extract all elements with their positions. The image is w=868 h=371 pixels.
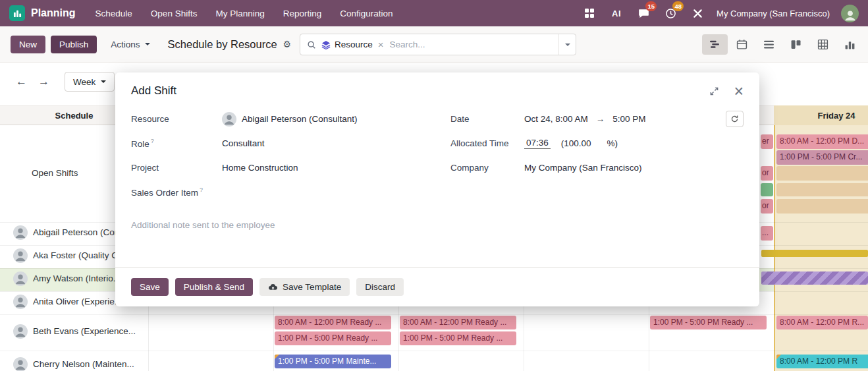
dialog-body: Resource Abigail Peterson (Consultant) D…	[115, 100, 759, 267]
sales-order-item-row: Sales Order Item?	[131, 180, 424, 204]
resource-label: Resource	[131, 114, 222, 124]
messages-badge: 15	[645, 1, 657, 11]
main-menu: Schedule Open Shifts My Planning Reporti…	[95, 9, 393, 18]
shift-cell-fragment[interactable]: er	[761, 134, 773, 149]
resource-row-label[interactable]: Aka Foster (Quality C...	[33, 250, 125, 260]
company-switcher[interactable]: My Company (San Francisco)	[717, 9, 830, 18]
resource-avatar	[13, 324, 28, 339]
activities-badge: 48	[672, 1, 684, 11]
user-avatar[interactable]	[841, 5, 859, 22]
shift-cell[interactable]: 8:00 AM - 12:00 PM Ready ...	[275, 316, 391, 329]
shift-bar-striped[interactable]	[761, 271, 868, 285]
shift-cell[interactable]: 1:00 PM - 5:00 PM Ready ...	[650, 316, 767, 329]
cloud-upload-icon	[268, 282, 278, 292]
note-input[interactable]: Additional note sent to the employee	[131, 220, 744, 230]
apps-grid-icon[interactable]	[582, 5, 597, 21]
chevron-down-icon	[101, 80, 106, 86]
resource-row-label[interactable]: Cherry Nelson (Mainten...	[33, 359, 134, 369]
chevron-down-icon	[565, 43, 570, 49]
tools-icon[interactable]	[690, 5, 705, 21]
menu-reporting[interactable]: Reporting	[283, 9, 322, 18]
search-facet-groupby[interactable]: Resource ×	[321, 40, 384, 49]
shift-cell-fragment[interactable]: or	[761, 166, 773, 181]
facet-remove-icon[interactable]: ×	[378, 40, 384, 49]
view-pivot-button[interactable]	[810, 34, 836, 55]
date-start-input[interactable]: Oct 24, 8:00 AM	[524, 114, 588, 124]
resource-avatar	[13, 357, 28, 371]
company-label: Company	[450, 163, 524, 173]
menu-open-shifts[interactable]: Open Shifts	[151, 9, 198, 18]
resource-avatar	[13, 225, 28, 240]
menu-schedule[interactable]: Schedule	[95, 9, 132, 18]
shift-cell[interactable]: 8:00 AM - 12:00 PM D...	[776, 134, 868, 149]
shift-bar-yellow[interactable]	[761, 250, 868, 257]
date-end-input[interactable]: 5:00 PM	[612, 114, 645, 124]
shift-cell[interactable]: 1:00 PM - 5:00 PM Ready ...	[275, 331, 391, 345]
menu-my-planning[interactable]: My Planning	[215, 9, 264, 18]
view-graph-button[interactable]	[837, 34, 863, 55]
shift-cell-open[interactable]	[776, 166, 868, 181]
project-field[interactable]: Home Construction	[222, 163, 424, 173]
save-template-button[interactable]: Save Template	[259, 278, 350, 296]
shift-cell[interactable]: 1:00 PM - 5:00 PM Cr...	[776, 150, 868, 165]
project-label: Project	[131, 163, 222, 173]
resource-row-label[interactable]: Beth Evans (Experience...	[33, 326, 136, 336]
discard-button[interactable]: Discard	[356, 278, 404, 296]
allocated-time-field: 07:36 (100.00 %)	[524, 138, 744, 149]
resource-row: Resource Abigail Peterson (Consultant)	[131, 107, 424, 131]
shift-cell[interactable]: 8:00 AM - 12:00 PM R...	[776, 316, 868, 329]
new-button[interactable]: New	[11, 36, 45, 53]
search-input[interactable]: Search...	[390, 40, 558, 49]
shift-cell-fragment[interactable]: ...	[761, 226, 773, 241]
shift-cell-open[interactable]	[776, 183, 868, 196]
recompute-button[interactable]	[726, 111, 744, 127]
publish-send-button[interactable]: Publish & Send	[175, 278, 253, 296]
menu-configuration[interactable]: Configuration	[340, 9, 393, 18]
open-shifts-row-label[interactable]: Open Shifts	[32, 168, 78, 178]
resource-field[interactable]: Abigail Peterson (Consultant)	[222, 112, 424, 127]
help-icon: ?	[200, 186, 203, 193]
ai-icon[interactable]: AI	[609, 5, 624, 21]
search-icon	[307, 40, 316, 49]
activities-icon[interactable]: 48	[663, 5, 678, 21]
resource-row-label[interactable]: Amy Watson (Interio...	[33, 273, 121, 283]
shift-cell[interactable]: 1:00 PM - 5:00 PM Ready ...	[400, 331, 516, 345]
view-list-button[interactable]	[756, 34, 782, 55]
view-gantt-button[interactable]	[702, 34, 728, 55]
shift-cell[interactable]: 8:00 AM - 12:00 PM R	[776, 355, 868, 368]
allocated-time-input[interactable]: 07:36	[524, 138, 551, 149]
view-calendar-button[interactable]	[729, 34, 755, 55]
range-selector-button[interactable]: Week	[65, 72, 115, 92]
shift-cell[interactable]: 1:00 PM - 5:00 PM Mainte...	[275, 355, 391, 368]
dialog-header: Add Shift ×	[115, 72, 759, 100]
role-row: Role? Consultant	[131, 131, 424, 156]
resource-row-label[interactable]: Anita Oliver (Experie...	[33, 297, 122, 306]
dialog-title: Add Shift	[131, 84, 709, 98]
search-dropdown-toggle[interactable]	[558, 34, 576, 55]
save-button[interactable]: Save	[131, 278, 169, 296]
shift-cell-fragment[interactable]	[761, 183, 773, 196]
shift-cell[interactable]: 8:00 AM - 12:00 PM Ready ...	[400, 316, 516, 329]
app-name[interactable]: Planning	[31, 7, 76, 19]
close-icon[interactable]: ×	[734, 85, 744, 97]
empty-row	[450, 180, 744, 204]
app-switcher[interactable]: Planning	[9, 5, 76, 21]
publish-button[interactable]: Publish	[51, 36, 97, 53]
view-kanban-button[interactable]	[783, 34, 809, 55]
next-week-button[interactable]: →	[38, 75, 49, 88]
previous-week-button[interactable]: ←	[16, 75, 27, 88]
expand-icon[interactable]	[709, 86, 719, 96]
gear-icon[interactable]: ⚙	[283, 39, 292, 49]
shift-cell-fragment[interactable]: or	[761, 199, 773, 214]
date-label: Date	[450, 114, 524, 124]
actions-button[interactable]: Actions	[102, 36, 158, 53]
messages-icon[interactable]: 15	[636, 5, 651, 21]
role-field[interactable]: Consultant	[222, 138, 424, 148]
arrow-right-icon: →	[596, 114, 605, 124]
chevron-down-icon	[145, 43, 150, 48]
save-template-label: Save Template	[283, 282, 341, 292]
company-field[interactable]: My Company (San Francisco)	[524, 163, 744, 173]
search-bar[interactable]: Resource × Search...	[300, 34, 576, 55]
shift-cell-open[interactable]	[776, 199, 868, 214]
group-by-icon	[321, 40, 331, 49]
